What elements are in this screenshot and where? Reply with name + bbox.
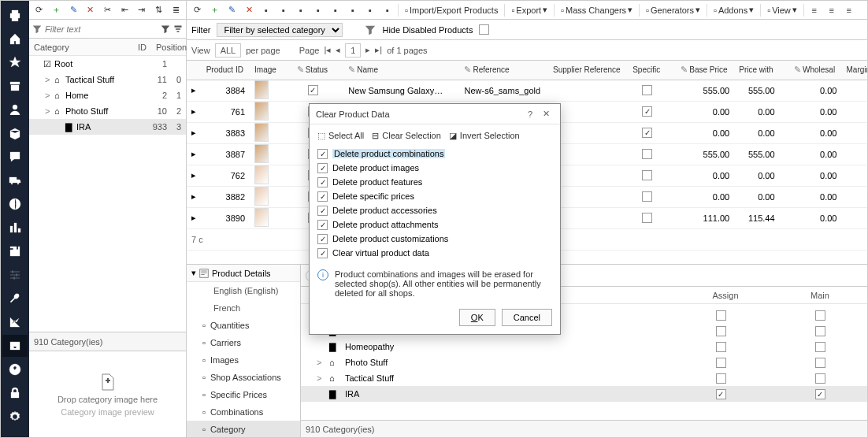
pencil-button[interactable]: ✎ bbox=[224, 3, 239, 17]
view-dropdown[interactable]: ▫View▾ bbox=[764, 3, 800, 17]
mass-changers-dropdown[interactable]: ▫Mass Changers▾ bbox=[558, 3, 636, 17]
option-delete-product-features[interactable]: Delete product features bbox=[317, 175, 552, 189]
nav-user-icon[interactable] bbox=[2, 98, 28, 121]
col-action[interactable] bbox=[450, 61, 459, 80]
refresh-button[interactable]: ⟳ bbox=[32, 3, 46, 17]
nav-help-icon[interactable] bbox=[2, 358, 28, 380]
tab-shop-associations[interactable]: ▫Shop Associations bbox=[187, 369, 300, 386]
option-checkbox[interactable] bbox=[317, 149, 328, 159]
search-button[interactable]: ▪ bbox=[259, 3, 273, 17]
pager-next[interactable]: ▸ bbox=[365, 45, 370, 55]
tab-carriers[interactable]: ▫Carriers bbox=[187, 334, 300, 351]
nav-sliders-icon[interactable] bbox=[2, 264, 28, 286]
tab-specific-prices[interactable]: ▫Specific Prices bbox=[187, 386, 300, 403]
col-specific[interactable]: Specific bbox=[628, 61, 666, 80]
main-checkbox[interactable] bbox=[773, 310, 867, 321]
status-cell[interactable] bbox=[292, 80, 334, 101]
col-reference[interactable]: ✎Reference bbox=[459, 61, 548, 80]
nav-home-icon[interactable] bbox=[2, 28, 28, 50]
dialog-close-button[interactable]: ✕ bbox=[538, 109, 554, 119]
link-button[interactable]: ▪ bbox=[346, 3, 360, 17]
tab-category[interactable]: ▫Category bbox=[187, 421, 300, 437]
expand-cell[interactable]: ▸ bbox=[187, 80, 202, 101]
tab-images[interactable]: ▫Images bbox=[187, 351, 300, 369]
refresh-button[interactable]: ⟳ bbox=[190, 3, 204, 17]
option-checkbox[interactable] bbox=[317, 234, 328, 244]
export-dropdown[interactable]: ▫Export▾ bbox=[508, 3, 551, 17]
col-base-price[interactable]: ✎Base Price bbox=[676, 61, 734, 80]
tree-row-root[interactable]: ☑Root1 bbox=[29, 56, 186, 72]
expand-cell[interactable]: ▸ bbox=[187, 143, 202, 165]
option-checkbox[interactable] bbox=[317, 163, 328, 173]
copy2-button[interactable]: ▪ bbox=[294, 3, 308, 17]
col-supplier-reference[interactable]: Supplier Reference bbox=[548, 61, 628, 80]
assign-checkbox[interactable] bbox=[673, 310, 768, 321]
option-clear-virtual-product-data[interactable]: Clear virtual product data bbox=[317, 246, 552, 260]
cat-row-ira[interactable]: ▇IRA bbox=[301, 386, 867, 402]
option-checkbox[interactable] bbox=[317, 220, 328, 230]
assign-checkbox[interactable] bbox=[673, 373, 768, 384]
filter-select[interactable]: Filter by selected category bbox=[217, 23, 343, 37]
x-button[interactable]: ✕ bbox=[242, 3, 256, 17]
expand-cell[interactable]: ▸ bbox=[187, 207, 202, 228]
specific-cell[interactable] bbox=[628, 186, 666, 207]
assign-checkbox[interactable] bbox=[673, 325, 768, 336]
main-checkbox[interactable] bbox=[773, 357, 867, 368]
tab-french[interactable]: French bbox=[187, 299, 300, 317]
col-price-with[interactable]: Price with bbox=[734, 61, 779, 80]
cat-row-photo-stuff[interactable]: >⌂Photo Stuff bbox=[301, 354, 867, 370]
nav-star-icon[interactable] bbox=[2, 51, 28, 73]
col-image[interactable]: Image bbox=[250, 61, 282, 80]
plus-button[interactable]: ＋ bbox=[207, 3, 221, 17]
col-name[interactable]: ✎Name bbox=[343, 61, 450, 80]
main-checkbox[interactable] bbox=[773, 341, 867, 352]
sort-asc-button[interactable]: ≡ bbox=[807, 3, 822, 17]
indent-left-button[interactable]: ⇤ bbox=[117, 3, 132, 17]
nav-printer-icon[interactable] bbox=[2, 4, 28, 26]
invert-selection-button[interactable]: ◪Invert Selection bbox=[449, 131, 520, 141]
tab-quantities[interactable]: ▫Quantities bbox=[187, 317, 300, 334]
tab-english-english-[interactable]: English (English) bbox=[187, 282, 300, 299]
table-row[interactable]: ▸3884New Samsung Galaxy S6 32GB G920F Go… bbox=[187, 80, 867, 101]
specific-cell[interactable] bbox=[628, 143, 666, 165]
filter-toggle-button[interactable]: ≣ bbox=[169, 3, 183, 17]
option-checkbox[interactable] bbox=[317, 248, 328, 258]
expand-icon[interactable]: > bbox=[317, 373, 325, 383]
expand-icon[interactable]: > bbox=[45, 106, 54, 116]
filter-opt-icon[interactable] bbox=[161, 24, 170, 34]
import-export-products-dropdown[interactable]: ▫Import/Export Products bbox=[402, 3, 501, 17]
generators-dropdown[interactable]: ▫Generators▾ bbox=[643, 3, 703, 17]
sort-desc-button[interactable]: ≡ bbox=[825, 3, 839, 17]
specific-cell[interactable] bbox=[628, 165, 666, 186]
assign-checkbox[interactable] bbox=[673, 341, 768, 352]
cols-button[interactable]: ≡ bbox=[842, 3, 856, 17]
col-action[interactable] bbox=[334, 61, 343, 80]
assign-checkbox[interactable] bbox=[673, 357, 768, 368]
nav-box-icon[interactable] bbox=[2, 122, 28, 144]
dialog-ok-button[interactable]: OK bbox=[459, 309, 495, 326]
expand-icon[interactable]: > bbox=[45, 75, 54, 84]
col-action[interactable] bbox=[780, 61, 789, 80]
more-button[interactable]: ▪ bbox=[380, 3, 395, 17]
nav-chart-bar-icon[interactable] bbox=[2, 217, 28, 239]
tag-button[interactable]: ▪ bbox=[328, 3, 343, 17]
plus-button[interactable]: ＋ bbox=[50, 3, 64, 17]
nav-lock-icon[interactable] bbox=[2, 382, 28, 404]
option-checkbox[interactable] bbox=[317, 191, 328, 202]
specific-cell[interactable] bbox=[628, 101, 666, 122]
tree-row-photo-stuff[interactable]: >⌂Photo Stuff102 bbox=[29, 103, 186, 119]
nav-chat-icon[interactable] bbox=[2, 146, 28, 168]
expand-icon[interactable]: > bbox=[45, 91, 54, 100]
pager-current[interactable]: 1 bbox=[345, 43, 361, 58]
tree-button[interactable]: ▪ bbox=[363, 3, 377, 17]
col-action[interactable] bbox=[282, 61, 291, 80]
expand-cell[interactable]: ▸ bbox=[187, 122, 202, 143]
specific-cell[interactable] bbox=[628, 207, 666, 228]
col-wholesal[interactable]: ✎Wholesal bbox=[789, 61, 841, 80]
option-delete-product-accessories[interactable]: Delete product accessories bbox=[317, 203, 552, 217]
nav-archive-icon[interactable] bbox=[2, 75, 28, 97]
col-status[interactable]: ✎Status bbox=[292, 61, 334, 80]
main-checkbox[interactable] bbox=[773, 388, 867, 399]
option-delete-product-images[interactable]: Delete product images bbox=[317, 161, 552, 175]
pager-size[interactable]: ALL bbox=[215, 43, 242, 58]
